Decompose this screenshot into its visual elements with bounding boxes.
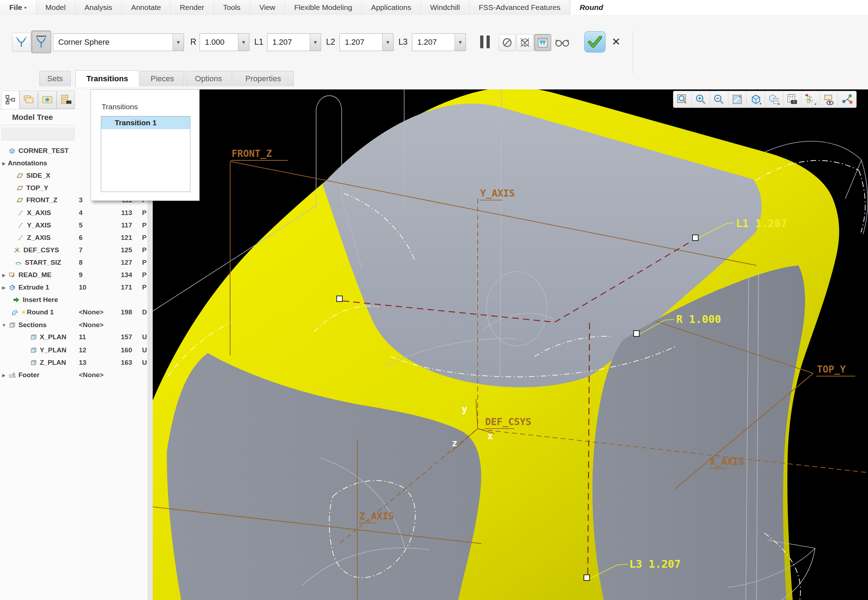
menu-render[interactable]: Render	[170, 0, 214, 15]
verify-glasses-icon	[555, 38, 569, 47]
tab-options[interactable]: Options	[185, 71, 231, 86]
param-l1-label: L1	[254, 33, 263, 50]
param-l1-field[interactable]: 1.207 ▼	[267, 33, 321, 51]
model-view: FRONT_Z Y_AXIS TOP_Y DEF_CSYS X_AXIS Z_A…	[153, 89, 868, 600]
datum-display-icon	[804, 94, 816, 105]
transition-list-item[interactable]: Transition 1	[101, 117, 190, 129]
expand-arrow-icon[interactable]: ▶	[0, 373, 8, 378]
tree-row[interactable]: ▶ Annotations	[0, 157, 75, 169]
menu-view[interactable]: View	[250, 0, 285, 15]
chevron-down-icon[interactable]: ▼	[238, 34, 249, 51]
menu-analysis[interactable]: Analysis	[75, 0, 122, 15]
refit-button[interactable]	[673, 91, 692, 108]
round-dashboard: Corner Sphere ▼ R 1.000 ▼ L1 1.207 ▼ L2 …	[0, 15, 868, 89]
table-row: 12160U	[75, 344, 147, 356]
round-type-select[interactable]: Corner Sphere ▼	[53, 33, 184, 51]
tab-transitions[interactable]: Transitions	[75, 70, 139, 87]
transitions-list[interactable]: Transition 1	[101, 116, 190, 192]
tab-sets[interactable]: Sets	[40, 71, 71, 86]
chevron-down-icon[interactable]: ▼	[382, 34, 393, 51]
menu-round-active-tab[interactable]: Round	[570, 0, 612, 15]
param-r-value: 1.000	[200, 38, 238, 47]
verify-button[interactable]	[553, 34, 572, 51]
drag-handle-r[interactable]	[634, 331, 639, 336]
table-row: <None>	[75, 319, 147, 331]
menu-annotate[interactable]: Annotate	[122, 0, 170, 15]
drag-handle-l1[interactable]	[693, 235, 698, 241]
wireframe-preview-button[interactable]	[516, 34, 534, 51]
menu-fss-advanced-features[interactable]: FSS-Advanced Features	[470, 0, 570, 15]
tree-row-insert-here[interactable]: Insert Here	[0, 294, 87, 306]
tree-row[interactable]: ▶ READ_ME	[0, 269, 75, 281]
annotation-display-button[interactable]	[820, 91, 839, 108]
transitions-panel: Transitions Transition 1	[91, 89, 199, 201]
tab-properties[interactable]: Properties	[233, 71, 294, 86]
tree-row[interactable]: ▼ Sections	[0, 319, 75, 331]
shaded-preview-button[interactable]	[534, 34, 551, 51]
drag-handle-l3[interactable]	[584, 575, 590, 580]
tab-folder-browser[interactable]	[20, 91, 38, 109]
tree-row[interactable]: ▶ Footer	[0, 369, 75, 381]
zoom-in-button[interactable]	[692, 91, 710, 108]
param-l2-field[interactable]: 1.207 ▼	[339, 33, 394, 51]
param-r-field[interactable]: 1.000 ▼	[199, 33, 249, 51]
table-row: 11157U	[75, 331, 147, 343]
datum-display-button[interactable]	[801, 91, 820, 108]
param-l3-field[interactable]: 1.207 ▼	[412, 33, 466, 51]
tree-row[interactable]: CORNER_TEST	[0, 145, 75, 157]
menu-model[interactable]: Model	[36, 0, 75, 15]
zoom-in-icon	[695, 94, 706, 105]
view-manager-button[interactable]	[783, 91, 802, 108]
dim-r-label[interactable]: R 1.000	[676, 313, 721, 325]
tree-row[interactable]: ▶ Extrude 1	[0, 281, 75, 294]
tree-row[interactable]: DEF_CSYS	[0, 244, 88, 256]
round-icon	[11, 309, 19, 316]
transitions-mode-button[interactable]	[31, 30, 51, 53]
ok-check-icon	[588, 36, 602, 48]
tab-model-tree[interactable]	[1, 91, 20, 109]
expand-arrow-icon[interactable]: ▶	[0, 273, 8, 278]
csys-icon	[13, 247, 21, 254]
spin-center-button[interactable]	[838, 91, 856, 108]
dim-l3-label[interactable]: L3 1.207	[629, 558, 681, 570]
expand-arrow-icon[interactable]: ▶	[0, 161, 8, 166]
tab-pieces[interactable]: Pieces	[140, 71, 184, 86]
cancel-button[interactable]: ✕	[611, 35, 620, 48]
display-style-button[interactable]	[746, 91, 765, 108]
triad-z-label: z	[452, 438, 458, 448]
transitions-mode-icon	[35, 35, 47, 49]
cancel-x-icon: ✕	[611, 36, 620, 47]
tree-header-band	[2, 128, 74, 141]
menu-file[interactable]: File▾	[0, 0, 36, 15]
dim-l1-label[interactable]: L1 1.207	[736, 217, 787, 230]
graphics-area[interactable]: FRONT_Z Y_AXIS TOP_Y DEF_CSYS X_AXIS Z_A…	[153, 89, 868, 600]
expand-arrow-icon[interactable]: ▶	[0, 285, 8, 290]
menu-tools[interactable]: Tools	[214, 0, 250, 15]
menu-applications[interactable]: Applications	[362, 0, 421, 15]
menu-flexible-modeling[interactable]: Flexible Modeling	[285, 0, 362, 15]
ok-button[interactable]	[584, 31, 605, 53]
table-row: 9134P	[75, 269, 147, 281]
no-preview-button[interactable]	[499, 34, 516, 51]
saved-views-button[interactable]	[765, 91, 783, 108]
view-manager-icon	[787, 94, 798, 105]
menu-windchill[interactable]: Windchill	[421, 0, 470, 15]
collapse-arrow-icon[interactable]: ▼	[0, 323, 8, 328]
drag-handle-l2[interactable]	[337, 296, 342, 302]
chevron-down-icon[interactable]: ▼	[455, 34, 466, 51]
tree-row-round1[interactable]: ✳ Round 1	[0, 306, 86, 318]
chevron-down-icon[interactable]: ▼	[173, 34, 184, 51]
table-row: <None>198D	[75, 306, 147, 318]
top-y-datum-label: TOP_Y	[817, 364, 846, 375]
tab-favorites[interactable]	[38, 91, 56, 109]
pause-button[interactable]	[480, 35, 490, 48]
tab-search[interactable]	[56, 91, 75, 109]
chevron-down-icon[interactable]: ▼	[310, 34, 321, 51]
tree-view-icon	[5, 94, 16, 105]
graphics-toolbar	[673, 91, 857, 108]
sets-mode-button[interactable]	[12, 33, 30, 52]
triad-y-label: y	[462, 404, 467, 414]
param-l3-label: L3	[398, 33, 408, 50]
repaint-button[interactable]	[728, 91, 747, 108]
zoom-out-button[interactable]	[710, 91, 728, 108]
